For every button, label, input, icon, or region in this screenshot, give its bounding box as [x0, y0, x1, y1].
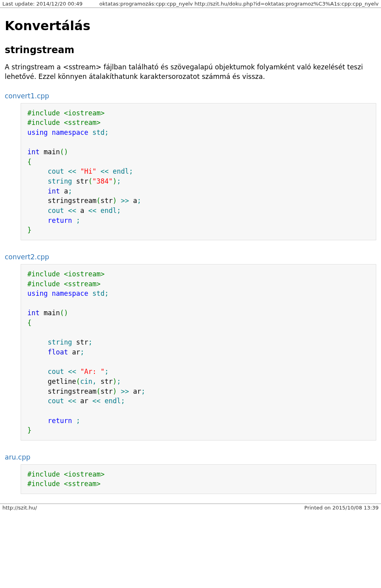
link-aru[interactable]: aru.cpp	[5, 453, 31, 461]
codeblock-convert1: #include <iostream> #include <sstream> u…	[21, 103, 376, 240]
footer-printed-on: Printed on 2015/10/08 13:39	[304, 505, 379, 511]
last-update-label: Last update: 2014/12/20 00:49	[2, 1, 83, 7]
footer-bar: http://szit.hu/ Printed on 2015/10/08 13…	[0, 504, 381, 512]
link-convert2[interactable]: convert2.cpp	[5, 253, 49, 261]
page-content: Konvertálás stringstream A stringstream …	[0, 8, 381, 494]
page-path-label: oktatas:programozás:cpp:cpp_nyelv http:/…	[99, 1, 379, 7]
link-convert1[interactable]: convert1.cpp	[5, 92, 49, 100]
intro-paragraph: A stringstream a <sstream> fájlban talál…	[5, 63, 376, 82]
top-meta-bar: Last update: 2014/12/20 00:49 oktatas:pr…	[0, 0, 381, 8]
codeblock-convert2: #include <iostream> #include <sstream> u…	[21, 264, 376, 441]
section-title-stringstream: stringstream	[5, 44, 376, 56]
codeblock-aru: #include <iostream> #include <sstream>	[21, 464, 376, 494]
page-title: Konvertálás	[5, 18, 376, 33]
footer-url: http://szit.hu/	[2, 505, 37, 511]
